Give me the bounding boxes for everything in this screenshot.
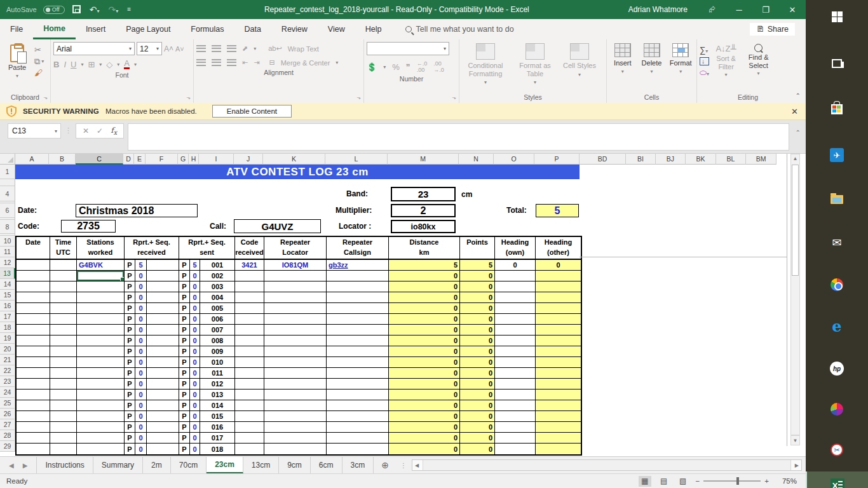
column-header-A[interactable]: A [15,154,49,165]
cell-p2-row26[interactable]: P [179,411,190,421]
cell-station-row24[interactable] [77,390,125,400]
row-header-25[interactable]: 25 [0,398,15,409]
cell-rep_loc-row21[interactable] [264,357,327,367]
cell-seq-row18[interactable]: 007 [200,325,235,335]
column-header-BK[interactable]: BK [686,154,716,165]
cell-rep_call-row18[interactable] [327,325,389,335]
cell-p1-row21[interactable]: P [125,357,135,367]
cell-code-row13[interactable] [235,271,264,281]
row-header-27[interactable]: 27 [0,419,15,430]
row-header-8[interactable]: 8 [0,220,15,234]
cell-r1-row21[interactable]: 0 [135,357,147,367]
sheet-tab-9cm[interactable]: 9cm [279,457,311,473]
cell-x1-row26[interactable] [147,411,179,421]
cell-dist-row26[interactable]: 0 [389,411,460,421]
row-header-12[interactable]: 12 [0,257,15,268]
ribbon-tab-formulas[interactable]: Formulas [180,19,234,39]
cell-code-row20[interactable] [235,346,264,356]
cell-points-row23[interactable]: 0 [460,379,495,389]
cell-code-row28[interactable] [235,433,264,443]
clipboard-dialog-launcher[interactable]: ⬎ [43,95,48,100]
cell-r1-row25[interactable]: 0 [135,400,147,410]
cell-rep_loc-row12[interactable]: IO81QM [264,260,327,270]
cell-date-row27[interactable] [17,422,50,432]
cell-date-row13[interactable] [17,271,50,281]
file-explorer-button[interactable] [806,187,868,212]
cell-dist-row29[interactable]: 0 [389,444,460,454]
vertical-scrollbar[interactable]: ▲ [790,154,800,435]
new-sheet-button[interactable]: ⊕ [374,457,397,473]
cell-rep_call-row26[interactable] [327,411,389,421]
cell-code-row23[interactable] [235,379,264,389]
cell-seq-row23[interactable]: 012 [200,379,235,389]
cell-time-row20[interactable] [50,346,77,356]
cell-h_own-row14[interactable] [495,281,536,292]
cell-p1-row12[interactable]: P [125,260,135,270]
cell-date-row16[interactable] [17,303,50,313]
expand-formula-bar-icon[interactable]: ⌃ [796,129,801,136]
zoom-out-icon[interactable]: − [696,477,700,485]
font-dialog-launcher[interactable]: ⬎ [186,95,191,100]
cell-seq-row25[interactable]: 014 [200,400,235,410]
cell-p2-row25[interactable]: P [179,400,190,410]
cell-p2-row21[interactable]: P [179,357,190,367]
cell-h_own-row12[interactable]: 0 [495,260,536,270]
sheet-tab-70cm[interactable]: 70cm [171,457,207,473]
cell-date-row24[interactable] [17,390,50,400]
sheet-nav-right-icon[interactable]: ▶ [23,462,28,469]
cell-rep_loc-row15[interactable] [264,292,327,302]
fill-color-icon[interactable]: ◇ [106,60,112,69]
insert-function-icon[interactable]: fx [111,126,117,136]
sheet-tab-6cm[interactable]: 6cm [311,457,342,473]
cell-points-row20[interactable]: 0 [460,346,495,356]
font-color-icon[interactable]: A [124,60,130,69]
ribbon-tab-view[interactable]: View [318,19,355,39]
cell-r1-row23[interactable]: 0 [135,379,147,389]
row-header-6[interactable]: 6 [0,203,15,218]
horizontal-scroll-thumb[interactable] [423,460,791,470]
cell-h_other-row25[interactable] [536,400,581,410]
close-button[interactable]: ✕ [779,0,806,19]
cell-dist-row18[interactable]: 0 [389,325,460,335]
cell-date-row15[interactable] [17,292,50,302]
ribbon-display-options-icon[interactable]: ⮳ [699,0,726,19]
column-header-BJ[interactable]: BJ [656,154,686,165]
horizontal-scrollbar[interactable]: ◀ ▶ [412,459,802,471]
photos-button[interactable] [806,396,868,422]
cell-seq-row15[interactable]: 004 [200,292,235,302]
cell-rep_loc-row14[interactable] [264,281,327,292]
excel-taskbar-button[interactable]: X [806,471,868,488]
cell-dist-row14[interactable]: 0 [389,281,460,292]
cell-date-row25[interactable] [17,400,50,410]
cell-time-row16[interactable] [50,303,77,313]
scroll-up-icon[interactable]: ▲ [793,154,798,163]
cell-h_other-row18[interactable] [536,325,581,335]
cell-date-row29[interactable] [17,444,50,454]
cell-rep_loc-row26[interactable] [264,411,327,421]
column-header-BD[interactable]: BD [580,154,626,165]
cell-p1-row27[interactable]: P [125,422,135,432]
column-header-BM[interactable]: BM [746,154,776,165]
cell-code-row21[interactable] [235,357,264,367]
cell-rep_call-row14[interactable] [327,281,389,292]
save-icon[interactable] [71,5,82,15]
column-header-BI[interactable]: BI [626,154,656,165]
cell-h_other-row24[interactable] [536,390,581,400]
ribbon-tab-help[interactable]: Help [355,19,392,39]
sheet-tab-13cm[interactable]: 13cm [243,457,279,473]
cell-points-row26[interactable]: 0 [460,411,495,421]
cell-time-row19[interactable] [50,336,77,346]
cell-r1-row26[interactable]: 0 [135,411,147,421]
autosave-toggle[interactable]: Off [43,6,65,14]
cell-r2-row22[interactable]: 0 [190,368,200,378]
row-header-1[interactable]: 1 [0,165,15,179]
cell-time-row28[interactable] [50,433,77,443]
cell-r1-row12[interactable]: 5 [135,260,147,270]
cell-r1-row15[interactable]: 0 [135,292,147,302]
cell-x1-row29[interactable] [147,444,179,454]
row-header-29[interactable]: 29 [0,441,15,452]
column-header-B[interactable]: B [49,154,76,165]
redo-icon[interactable]: ↷▾ [107,5,119,14]
cell-x1-row21[interactable] [147,357,179,367]
row-header-28[interactable]: 28 [0,430,15,441]
